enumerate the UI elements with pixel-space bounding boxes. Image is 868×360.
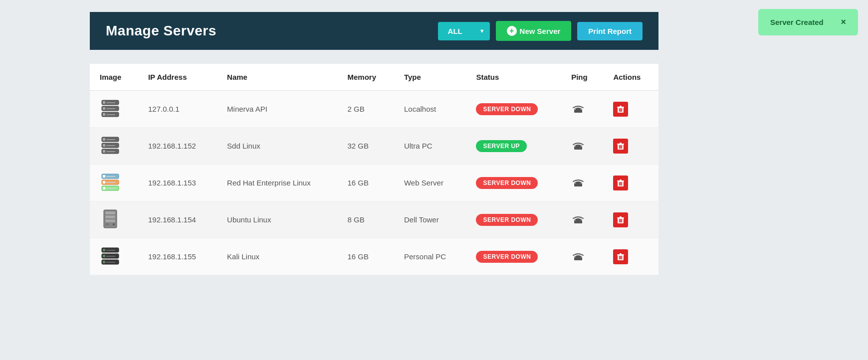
cell-image	[90, 128, 138, 165]
svg-point-47	[578, 183, 579, 184]
svg-rect-43	[103, 187, 105, 189]
svg-rect-13	[617, 107, 624, 108]
cell-ping[interactable]	[561, 128, 603, 165]
status-badge: SERVER DOWN	[476, 177, 538, 189]
svg-rect-82	[617, 254, 624, 255]
status-badge: SERVER DOWN	[476, 103, 538, 115]
svg-rect-7	[103, 113, 105, 116]
cell-name: Kali Linux	[217, 238, 337, 275]
svg-rect-32	[620, 143, 622, 144]
svg-rect-37	[103, 175, 105, 178]
cell-image	[90, 238, 138, 275]
cell-type: Web Server	[394, 165, 466, 201]
server-icon	[100, 172, 128, 194]
cell-status: SERVER DOWN	[466, 201, 561, 238]
col-status: Status	[466, 64, 561, 91]
svg-rect-67	[621, 219, 622, 222]
ping-icon[interactable]	[571, 254, 585, 263]
cell-image	[90, 201, 138, 238]
delete-button[interactable]	[613, 102, 628, 117]
col-type: Type	[394, 64, 466, 91]
table-row: 127.0.0.1 Minerva API 2 GB Localhost SER…	[90, 91, 658, 128]
cell-ping[interactable]	[561, 201, 603, 238]
ping-icon[interactable]	[571, 144, 585, 152]
svg-rect-20	[106, 139, 115, 140]
delete-button[interactable]	[613, 176, 628, 190]
cell-name: Red Hat Enterprise Linux	[217, 165, 337, 201]
toast-close-button[interactable]: ×	[841, 17, 846, 27]
ping-icon[interactable]	[571, 107, 585, 115]
svg-rect-15	[619, 108, 620, 112]
plus-icon: +	[507, 26, 517, 36]
svg-rect-16	[621, 108, 622, 112]
svg-rect-40	[103, 181, 105, 183]
svg-rect-31	[617, 144, 624, 145]
table-row: 192.168.1.154 Ubuntu Linux 8 GB Dell Tow…	[90, 201, 658, 238]
server-icon	[100, 245, 128, 268]
ping-icon[interactable]	[571, 217, 585, 226]
page-title: Manage Servers	[106, 23, 217, 39]
svg-rect-76	[103, 261, 105, 263]
toast-notification: Server Created ×	[758, 9, 858, 35]
delete-button[interactable]	[613, 249, 628, 264]
cell-actions	[603, 201, 658, 238]
svg-rect-4	[103, 107, 105, 110]
svg-rect-65	[620, 216, 622, 217]
svg-rect-1	[103, 101, 105, 104]
svg-rect-17	[622, 108, 623, 112]
svg-rect-52	[621, 182, 622, 185]
print-report-button[interactable]: Print Report	[577, 22, 643, 40]
svg-rect-33	[619, 145, 620, 149]
svg-rect-55	[105, 211, 115, 214]
cell-actions	[603, 165, 658, 201]
cell-memory: 16 GB	[338, 238, 394, 275]
delete-button[interactable]	[613, 212, 628, 227]
cell-type: Localhost	[394, 91, 466, 128]
svg-rect-51	[619, 182, 620, 185]
cell-ip: 192.168.1.154	[138, 201, 217, 238]
filter-wrapper: ALL UP DOWN	[438, 22, 490, 40]
svg-rect-66	[619, 219, 620, 222]
cell-ip: 192.168.1.152	[138, 128, 217, 165]
delete-button[interactable]	[613, 139, 628, 154]
svg-rect-8	[106, 114, 115, 115]
cell-image	[90, 91, 138, 128]
filter-select[interactable]: ALL UP DOWN	[438, 22, 490, 40]
svg-rect-44	[106, 188, 115, 189]
svg-rect-73	[103, 255, 105, 257]
cell-memory: 16 GB	[338, 165, 394, 201]
svg-rect-57	[105, 219, 115, 222]
col-name: Name	[217, 64, 337, 91]
header-bar: Manage Servers ALL UP DOWN + New Server …	[90, 12, 658, 50]
cell-ping[interactable]	[561, 91, 603, 128]
status-badge: SERVER DOWN	[476, 251, 538, 263]
cell-ip: 192.168.1.155	[138, 238, 217, 275]
cell-status: SERVER DOWN	[466, 165, 561, 201]
svg-rect-85	[621, 256, 622, 259]
col-memory: Memory	[338, 64, 394, 91]
col-actions: Actions	[603, 64, 658, 91]
cell-memory: 8 GB	[338, 201, 394, 238]
svg-rect-86	[622, 256, 623, 259]
col-ip: IP Address	[138, 64, 217, 91]
col-ping: Ping	[561, 64, 603, 91]
cell-memory: 2 GB	[338, 91, 394, 128]
header-actions: ALL UP DOWN + New Server Print Report	[438, 21, 643, 41]
svg-point-80	[578, 257, 579, 258]
svg-rect-53	[622, 182, 623, 185]
server-table: Image IP Address Name Memory Type Status…	[90, 64, 658, 275]
cell-actions	[603, 91, 658, 128]
status-badge: SERVER DOWN	[476, 214, 538, 226]
new-server-button[interactable]: + New Server	[496, 21, 572, 41]
svg-rect-74	[106, 256, 115, 257]
svg-rect-19	[103, 138, 105, 141]
svg-point-62	[578, 220, 579, 221]
server-icon	[100, 208, 128, 231]
server-table-container: Image IP Address Name Memory Type Status…	[90, 64, 658, 275]
svg-rect-23	[106, 145, 115, 146]
ping-icon[interactable]	[571, 180, 585, 189]
cell-ping[interactable]	[561, 238, 603, 275]
svg-rect-64	[617, 217, 624, 218]
cell-status: SERVER DOWN	[466, 91, 561, 128]
cell-ping[interactable]	[561, 165, 603, 201]
